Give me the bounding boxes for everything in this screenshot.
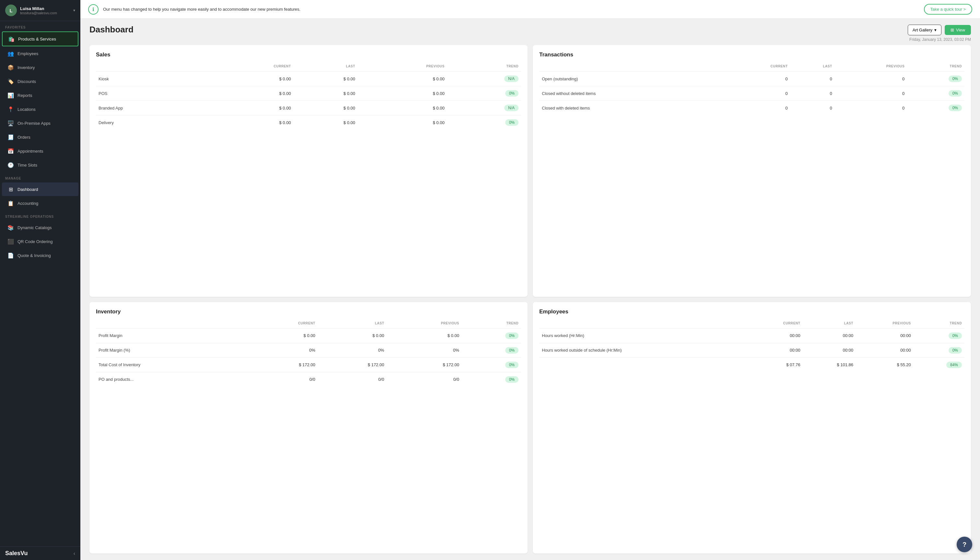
banner-text: Our menu has changed to help you navigat… xyxy=(103,6,919,13)
sidebar-item-on-premise-apps[interactable]: 🖥️ On-Premise Apps xyxy=(2,116,78,130)
sales-col-last: LAST xyxy=(293,63,358,72)
tx-col-current: CURRENT xyxy=(722,63,790,72)
dashboard-controls: Art Gallery ▾ ⊞ View Friday, January 13,… xyxy=(908,25,971,42)
user-name: Luisa Millan xyxy=(20,6,71,11)
sidebar-item-products-services[interactable]: 🛍️ Products & Services xyxy=(2,32,78,46)
location-selector[interactable]: Art Gallery ▾ xyxy=(908,25,942,35)
table-row: Total Cost of Inventory $ 172.00 $ 172.0… xyxy=(96,357,521,372)
row-previous: 0 xyxy=(835,101,907,115)
tx-col-last: LAST xyxy=(790,63,835,72)
row-last: 0 xyxy=(790,86,835,101)
row-trend: 0% xyxy=(907,101,965,115)
dashboard-header: Dashboard Art Gallery ▾ ⊞ View Friday, J… xyxy=(80,19,980,45)
row-label: Delivery xyxy=(96,115,208,130)
row-current: 00:00 xyxy=(748,343,803,357)
row-trend: 0% xyxy=(913,343,965,357)
sales-col-label xyxy=(96,63,208,72)
streamline-nav: 📚 Dynamic Catalogs ⬛ QR Code Ordering 📄 … xyxy=(0,220,80,262)
collapse-icon[interactable]: ‹ xyxy=(73,551,75,557)
row-previous: $ 172.00 xyxy=(387,357,462,372)
row-label: Hours worked outside of schedule (Hr:Min… xyxy=(539,343,748,357)
inventory-card-title: Inventory xyxy=(96,308,521,315)
sales-table: CURRENT LAST PREVIOUS TREND Kiosk $ 0.00… xyxy=(96,63,521,130)
inv-col-label xyxy=(96,320,246,328)
sidebar-item-inventory[interactable]: 📦 Inventory xyxy=(2,61,78,74)
row-current: $ 0.00 xyxy=(208,72,293,86)
quick-tour-button[interactable]: Take a quick tour > xyxy=(924,4,972,15)
streamline-section-label: STREAMLINE OPERATIONS xyxy=(0,210,80,220)
dropdown-icon: ▾ xyxy=(934,28,937,32)
dashboard-icon: ⊞ xyxy=(7,186,14,193)
help-button[interactable]: ? xyxy=(957,537,972,552)
sidebar-item-employees[interactable]: 👥 Employees xyxy=(2,47,78,60)
row-last: 0 xyxy=(790,72,835,86)
row-current: $ 07.76 xyxy=(748,357,803,372)
sidebar-item-locations[interactable]: 📍 Locations xyxy=(2,102,78,116)
sidebar-item-quote-invoicing[interactable]: 📄 Quote & Invoicing xyxy=(2,248,78,262)
sidebar-item-dynamic-catalogs[interactable]: 📚 Dynamic Catalogs xyxy=(2,221,78,234)
sidebar-item-time-slots[interactable]: 🕐 Time Slots xyxy=(2,158,78,172)
row-previous: 0 xyxy=(835,72,907,86)
avatar: L xyxy=(5,5,17,16)
user-header[interactable]: L Luisa Millan tessitura@salesvu.com ▾ xyxy=(0,0,80,21)
sidebar-item-orders[interactable]: 🧾 Orders xyxy=(2,130,78,144)
emp-col-last: LAST xyxy=(803,320,856,328)
appointments-label: Appointments xyxy=(18,149,43,153)
inventory-table: CURRENT LAST PREVIOUS TREND Profit Margi… xyxy=(96,320,521,387)
chevron-down-icon: ▾ xyxy=(73,8,75,13)
accounting-label: Accounting xyxy=(18,201,38,206)
table-row: PO and products... 0/0 0/0 0/0 0% xyxy=(96,372,521,387)
row-current: 00:00 xyxy=(748,328,803,343)
orders-label: Orders xyxy=(18,135,30,140)
row-previous: $ 0.00 xyxy=(358,72,447,86)
products-services-label: Products & Services xyxy=(18,37,56,42)
inv-col-last: LAST xyxy=(318,320,387,328)
dashboard-date: Friday, January 13, 2023, 03:02 PM xyxy=(909,37,971,42)
manage-section-label: MANAGE xyxy=(0,172,80,182)
reports-icon: 📊 xyxy=(7,92,14,99)
row-label: Hours worked (Hr:Min) xyxy=(539,328,748,343)
row-last: $ 0.00 xyxy=(293,72,358,86)
row-trend: 0% xyxy=(462,357,521,372)
row-label: Branded App xyxy=(96,101,208,115)
sidebar-item-reports[interactable]: 📊 Reports xyxy=(2,88,78,102)
favorites-section-label: FAVORITES xyxy=(0,21,80,31)
qr-code-ordering-label: QR Code Ordering xyxy=(18,239,52,244)
tx-col-trend: TREND xyxy=(907,63,965,72)
sidebar-bottom: SalesVu ‹ xyxy=(0,547,80,560)
sidebar-item-dashboard[interactable]: ⊞ Dashboard xyxy=(2,182,78,196)
locations-icon: 📍 xyxy=(7,106,14,113)
sidebar-item-appointments[interactable]: 📅 Appointments xyxy=(2,144,78,158)
dynamic-catalogs-label: Dynamic Catalogs xyxy=(18,225,52,230)
row-last: 00:00 xyxy=(803,328,856,343)
sidebar-item-accounting[interactable]: 📋 Accounting xyxy=(2,197,78,210)
discounts-icon: 🏷️ xyxy=(7,78,14,85)
manage-nav: ⊞ Dashboard 📋 Accounting xyxy=(0,182,80,210)
time-slots-label: Time Slots xyxy=(18,163,37,168)
table-row: Closed without deleted items 0 0 0 0% xyxy=(539,86,965,101)
row-label: Open (outstanding) xyxy=(539,72,722,86)
table-row: $ 07.76 $ 101.86 $ 55.20 84% xyxy=(539,357,965,372)
inventory-label: Inventory xyxy=(18,65,35,70)
sidebar-item-discounts[interactable]: 🏷️ Discounts xyxy=(2,75,78,88)
products-services-icon: 🛍️ xyxy=(8,35,15,42)
row-previous: 0% xyxy=(387,343,462,357)
row-current: $ 0.00 xyxy=(208,101,293,115)
table-row: Branded App $ 0.00 $ 0.00 $ 0.00 N/A xyxy=(96,101,521,115)
location-label: Art Gallery xyxy=(913,28,932,32)
row-label: Kiosk xyxy=(96,72,208,86)
row-trend: 0% xyxy=(913,328,965,343)
sidebar-item-qr-code-ordering[interactable]: ⬛ QR Code Ordering xyxy=(2,235,78,248)
dynamic-catalogs-icon: 📚 xyxy=(7,224,14,231)
row-current: $ 0.00 xyxy=(208,86,293,101)
quote-invoicing-icon: 📄 xyxy=(7,252,14,259)
on-premise-apps-icon: 🖥️ xyxy=(7,120,14,127)
row-previous: $ 0.00 xyxy=(358,115,447,130)
employees-table: CURRENT LAST PREVIOUS TREND Hours worked… xyxy=(539,320,965,372)
reports-label: Reports xyxy=(18,93,32,98)
view-button[interactable]: ⊞ View xyxy=(945,25,971,35)
row-trend: N/A xyxy=(447,72,521,86)
row-last: $ 0.00 xyxy=(293,115,358,130)
favorites-nav: 🛍️ Products & Services 👥 Employees 📦 Inv… xyxy=(0,31,80,172)
appointments-icon: 📅 xyxy=(7,147,14,155)
